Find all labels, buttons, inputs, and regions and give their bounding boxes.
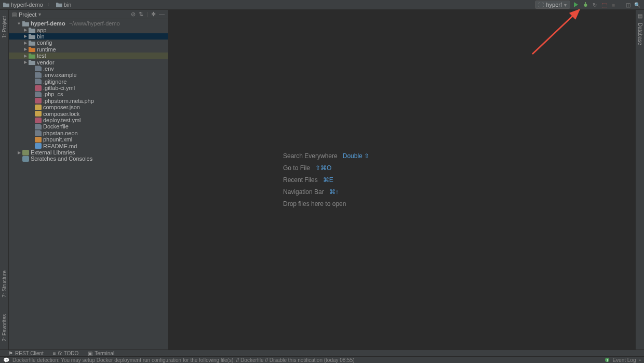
- gutter-structure[interactable]: 7: Structure: [2, 267, 7, 301]
- folder-icon: [56, 2, 62, 7]
- shortcut-row: Navigation Bar⌘↑: [283, 186, 369, 198]
- tree-node[interactable]: composer.lock: [9, 110, 168, 116]
- folder-icon: [29, 27, 35, 33]
- bottom-tool-bar: ⚑REST Client≡6: TODO▣Terminal: [0, 349, 644, 356]
- tree-node[interactable]: Scratches and Consoles: [9, 155, 168, 162]
- project-tool-window: ▤ Project ▾ ⊘ ⇅ | ✻ — hyperf-demo~/www/h…: [9, 10, 168, 349]
- search-everywhere-button[interactable]: 🔍: [634, 1, 641, 8]
- editor-empty-state[interactable]: Search EverywhereDouble ⇧Go to File⇧⌘ORe…: [168, 10, 635, 349]
- expand-arrow-icon[interactable]: [17, 22, 21, 25]
- tree-node-label: phpstan.neon: [43, 130, 78, 136]
- tree-node-label: vendor: [37, 59, 55, 66]
- gutter-database[interactable]: Database: [637, 20, 643, 48]
- bottom-tool-todo[interactable]: ≡6: TODO: [53, 351, 79, 356]
- shortcut-label[interactable]: Go to File: [283, 164, 310, 172]
- event-log-button[interactable]: Event Log: [612, 357, 636, 363]
- left-tool-gutter: 1: Project 7: Structure 2: Favorites: [0, 10, 9, 349]
- run-config-name: hyperf: [546, 2, 562, 8]
- shortcut-label[interactable]: Navigation Bar: [283, 188, 324, 196]
- tree-node[interactable]: .phpstorm.meta.php: [9, 98, 168, 104]
- tree-node-label: .phpstorm.meta.php: [43, 98, 94, 104]
- yml-icon: [35, 118, 42, 123]
- project-panel-title[interactable]: Project: [19, 11, 36, 18]
- memory-indicator[interactable]: ▫: [639, 357, 641, 363]
- tree-node[interactable]: .env: [9, 66, 168, 72]
- tree-node[interactable]: phpstan.neon: [9, 130, 168, 136]
- tree-node[interactable]: .php_cs: [9, 91, 168, 97]
- shortcut-label: Drop files here to open: [283, 200, 346, 208]
- shortcut-key: ⇧⌘O: [315, 164, 331, 172]
- tree-node[interactable]: .gitlab-ci.yml: [9, 85, 168, 91]
- database-icon: ▤: [638, 13, 642, 19]
- tree-node-label: Dockerfile: [43, 123, 69, 129]
- json-icon: [35, 111, 42, 116]
- tree-node[interactable]: Dockerfile: [9, 123, 168, 129]
- file-icon: [35, 124, 42, 129]
- status-message[interactable]: Dockerfile detection: You may setup Dock…: [12, 357, 355, 363]
- breadcrumb-item[interactable]: hyperf-demo: [3, 2, 43, 8]
- tree-node[interactable]: composer.json: [9, 104, 168, 110]
- tree-node[interactable]: README.md: [9, 142, 168, 149]
- locate-icon[interactable]: ⊘: [131, 11, 136, 18]
- run-button[interactable]: [572, 1, 580, 8]
- event-indicator-icon: 1: [605, 358, 609, 362]
- expand-arrow-icon[interactable]: [17, 151, 21, 154]
- tree-node[interactable]: hyperf-demo~/www/hyperf-demo: [9, 20, 168, 27]
- run-config-selector[interactable]: ⛶ hyperf ▾: [535, 1, 570, 9]
- tree-node-label: phpunit.xml: [43, 136, 72, 142]
- expand-arrow-icon[interactable]: [23, 41, 27, 45]
- tree-node-label: deploy.test.yml: [43, 117, 81, 123]
- tree-node-label: README.md: [43, 143, 77, 149]
- terminal-icon: ▣: [88, 351, 92, 356]
- tree-node[interactable]: vendor: [9, 59, 168, 65]
- file-icon: [35, 72, 42, 78]
- tree-node[interactable]: test: [9, 53, 168, 59]
- bottom-tool-rest[interactable]: ⚑REST Client: [8, 351, 44, 356]
- tree-node[interactable]: bin: [9, 33, 168, 40]
- tree-node[interactable]: External Libraries: [9, 149, 168, 155]
- scratch-icon: [22, 156, 29, 162]
- tree-node-label: Scratches and Consoles: [31, 155, 92, 162]
- debug-button[interactable]: [582, 1, 589, 8]
- breadcrumb-item[interactable]: bin: [56, 2, 72, 8]
- stop-button[interactable]: ■: [610, 1, 617, 8]
- gutter-favorites[interactable]: 2: Favorites: [2, 311, 7, 344]
- hide-icon[interactable]: —: [159, 11, 165, 18]
- tree-node[interactable]: deploy.test.yml: [9, 117, 168, 123]
- gutter-project[interactable]: 1: Project: [2, 13, 7, 41]
- breadcrumb-label: hyperf-demo: [11, 2, 43, 8]
- tree-node[interactable]: runtime: [9, 46, 168, 53]
- tree-node[interactable]: app: [9, 27, 168, 33]
- breadcrumb-separator: 〉: [47, 2, 52, 8]
- folder-icon: [29, 59, 35, 65]
- expand-arrow-icon[interactable]: [23, 60, 27, 64]
- tree-node-label: .env.example: [43, 72, 77, 78]
- tree-node-label: config: [37, 40, 52, 46]
- shortcut-label[interactable]: Recent Files: [283, 176, 318, 184]
- rest-icon: ⚑: [8, 351, 13, 356]
- navigation-bar: hyperf-demo〉bin ⛶ hyperf ▾ ↻ ⬚ ■ ◫ 🔍: [0, 0, 644, 10]
- coverage-button[interactable]: ↻: [591, 1, 598, 8]
- tree-node[interactable]: phpunit.xml: [9, 136, 168, 142]
- project-tree[interactable]: hyperf-demo~/www/hyperf-demoappbinconfig…: [9, 19, 168, 349]
- expand-arrow-icon[interactable]: [23, 28, 27, 32]
- tree-node[interactable]: .gitignore: [9, 79, 168, 85]
- project-view-icon: ▤: [12, 11, 17, 17]
- profiler-button[interactable]: ⬚: [600, 1, 608, 8]
- expand-arrow-icon[interactable]: [23, 54, 27, 58]
- expand-arrow-icon[interactable]: [23, 47, 27, 51]
- gear-icon[interactable]: ✻: [151, 11, 156, 18]
- svg-point-0: [584, 4, 587, 7]
- shortcut-label[interactable]: Search Everywhere: [283, 152, 338, 160]
- tree-node[interactable]: config: [9, 40, 168, 46]
- tree-node[interactable]: .env.example: [9, 72, 168, 78]
- expand-icon[interactable]: ⇅: [139, 11, 143, 18]
- bottom-tool-terminal[interactable]: ▣Terminal: [88, 351, 114, 356]
- chevron-down-icon[interactable]: ▾: [38, 11, 41, 17]
- layout-button[interactable]: ◫: [624, 1, 632, 8]
- shortcut-row: Drop files here to open: [283, 198, 369, 210]
- tree-node-label: .gitlab-ci.yml: [43, 85, 75, 91]
- expand-arrow-icon[interactable]: [23, 34, 27, 38]
- tree-node-label: composer.json: [43, 104, 80, 110]
- shortcut-key: Double ⇧: [343, 152, 369, 160]
